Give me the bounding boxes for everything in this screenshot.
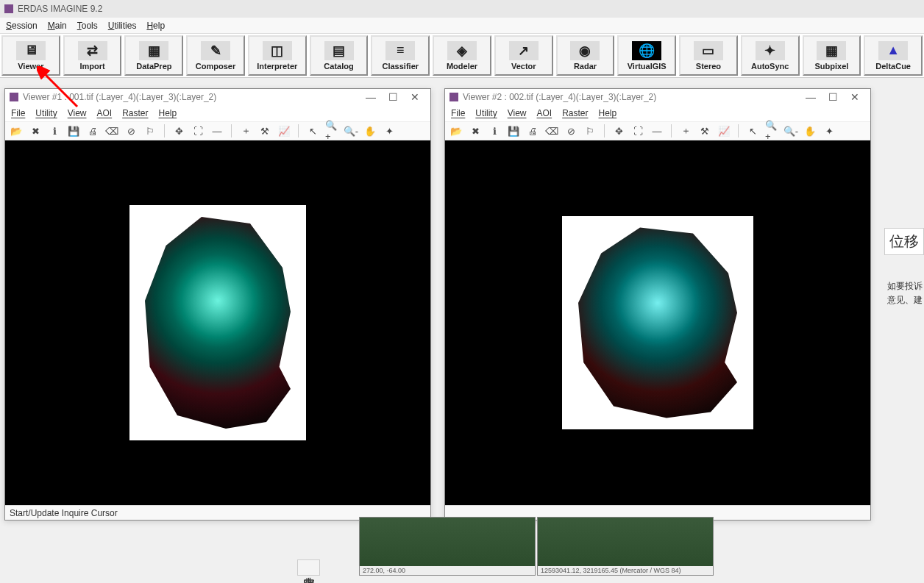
menu-tools[interactable]: Tools bbox=[77, 21, 98, 31]
viewer2-canvas[interactable] bbox=[445, 140, 870, 505]
toolbar-label: Viewer bbox=[18, 62, 43, 71]
save-icon[interactable]: 💾 bbox=[67, 124, 80, 137]
viewer1-menu-help[interactable]: Help bbox=[159, 108, 177, 118]
toolbar-autosync[interactable]: ✦AutoSync bbox=[741, 35, 800, 76]
marker-icon[interactable]: ⚐ bbox=[583, 124, 597, 137]
pan-icon[interactable]: ✋ bbox=[363, 124, 377, 137]
measure-icon[interactable]: ― bbox=[650, 124, 664, 137]
side-button[interactable]: 位移 bbox=[884, 228, 924, 255]
viewer2-titlebar[interactable]: Viewer #2 : 002.tif (:Layer_4)(:Layer_3)… bbox=[445, 89, 870, 105]
separator bbox=[164, 124, 165, 137]
close-icon[interactable]: ✖ bbox=[29, 124, 42, 137]
open-icon[interactable]: 📂 bbox=[449, 124, 463, 137]
viewer1-menu-file[interactable]: File bbox=[11, 108, 25, 118]
maximize-button[interactable]: ☐ bbox=[382, 91, 404, 103]
close-button[interactable]: ✕ bbox=[844, 91, 866, 103]
viewer1-menu-aoi[interactable]: AOI bbox=[96, 108, 112, 118]
virtualgis-icon: 🌐 bbox=[632, 41, 661, 60]
save-icon[interactable]: 💾 bbox=[507, 124, 520, 137]
toolbar-label: Import bbox=[79, 62, 104, 71]
pointer-icon[interactable]: ↖ bbox=[306, 124, 319, 137]
viewer1-status-text: Start/Update Inquire Cursor bbox=[10, 508, 118, 518]
catalog-icon: ▤ bbox=[324, 41, 354, 60]
close-icon[interactable]: ✖ bbox=[469, 124, 482, 137]
viewer1-menu-utility[interactable]: Utility bbox=[35, 108, 57, 118]
no-entry-icon[interactable]: ⊘ bbox=[124, 124, 138, 137]
close-button[interactable]: ✕ bbox=[404, 91, 426, 103]
hammer-icon[interactable]: ⚒ bbox=[258, 124, 271, 137]
viewer2-menu-view[interactable]: View bbox=[508, 108, 527, 118]
app-icon bbox=[4, 4, 13, 13]
maximize-button[interactable]: ☐ bbox=[822, 91, 844, 103]
toolbar-viewer[interactable]: 🖥Viewer bbox=[1, 35, 60, 76]
toolbar-classifier[interactable]: ≡Classifier bbox=[371, 35, 430, 76]
toolbar-composer[interactable]: ✎Composer bbox=[186, 35, 245, 76]
side-note: 如要投诉 意见、建 bbox=[887, 279, 924, 307]
toolbar-dataprep[interactable]: ▦DataPrep bbox=[124, 35, 183, 76]
toolbar-modeler[interactable]: ◈Modeler bbox=[433, 35, 491, 76]
menu-session[interactable]: Session bbox=[6, 21, 38, 31]
toolbar-stereo[interactable]: ▭Stereo bbox=[679, 35, 738, 76]
crosshair-icon[interactable]: ＋ bbox=[679, 124, 692, 137]
toolbar-subpixel[interactable]: ▦Subpixel bbox=[803, 35, 861, 76]
toolbar-label: Catalog bbox=[324, 62, 353, 71]
main-toolbar: 🖥Viewer⇄Import▦DataPrep✎Composer◫Interpr… bbox=[0, 34, 924, 78]
minimize-button[interactable]: — bbox=[800, 91, 822, 103]
profile-icon[interactable]: 📈 bbox=[277, 124, 291, 137]
viewer2-menu-help[interactable]: Help bbox=[599, 108, 617, 118]
viewer2-menu-utility[interactable]: Utility bbox=[475, 108, 497, 118]
menu-help[interactable]: Help bbox=[146, 21, 165, 31]
print-icon[interactable]: 🖨 bbox=[86, 124, 99, 137]
toolbar-label: DataPrep bbox=[136, 62, 171, 71]
viewer1-menu-view[interactable]: View bbox=[68, 108, 87, 118]
toolbar-catalog[interactable]: ▤Catalog bbox=[310, 35, 369, 76]
zoom-in-icon[interactable]: 🔍+ bbox=[325, 124, 338, 137]
vector-icon: ↗ bbox=[509, 41, 539, 60]
viewer2-menu-file[interactable]: File bbox=[451, 108, 465, 118]
composer-icon: ✎ bbox=[201, 41, 230, 60]
pointer-icon[interactable]: ↖ bbox=[746, 124, 759, 137]
viewer1-titlebar[interactable]: Viewer #1 : 001.tif (:Layer_4)(:Layer_3)… bbox=[5, 89, 430, 105]
fit-in-icon[interactable]: ✥ bbox=[172, 124, 185, 137]
zoom-out-icon[interactable]: 🔍- bbox=[784, 124, 797, 137]
fit-in-icon[interactable]: ✥ bbox=[612, 124, 625, 137]
menu-utilities[interactable]: Utilities bbox=[108, 21, 137, 31]
cn-vertical-label: 此内容 bbox=[297, 559, 320, 576]
toolbar-deltacue[interactable]: ▲DeltaCue bbox=[864, 35, 923, 76]
toolbar-import[interactable]: ⇄Import bbox=[63, 35, 122, 76]
profile-icon[interactable]: 📈 bbox=[717, 124, 731, 137]
info-icon[interactable]: ℹ bbox=[488, 124, 501, 137]
zoom-out-icon[interactable]: 🔍- bbox=[344, 124, 358, 137]
minimize-button[interactable]: — bbox=[360, 91, 382, 103]
toolbar-label: Stereo bbox=[696, 62, 721, 71]
marker-icon[interactable]: ⚐ bbox=[143, 124, 157, 137]
radar-icon: ◉ bbox=[570, 41, 600, 60]
hammer-icon[interactable]: ⚒ bbox=[698, 124, 711, 137]
toolbar-radar[interactable]: ◉Radar bbox=[556, 35, 615, 76]
zoom-in-icon[interactable]: 🔍+ bbox=[765, 124, 778, 137]
viewer1-canvas[interactable] bbox=[5, 140, 430, 505]
toolbar-label: Radar bbox=[574, 62, 597, 71]
print-icon[interactable]: 🖨 bbox=[526, 124, 539, 137]
toolbar-vector[interactable]: ↗Vector bbox=[494, 35, 553, 76]
viewer2-menu-aoi[interactable]: AOI bbox=[536, 108, 552, 118]
crosshair-icon[interactable]: ＋ bbox=[239, 124, 252, 137]
measure-icon[interactable]: ― bbox=[210, 124, 224, 137]
roam-icon[interactable]: ✦ bbox=[822, 124, 836, 137]
menu-main[interactable]: Main bbox=[48, 21, 67, 31]
pan-icon[interactable]: ✋ bbox=[803, 124, 817, 137]
classifier-icon: ≡ bbox=[385, 41, 415, 60]
no-entry-icon[interactable]: ⊘ bbox=[564, 124, 578, 137]
erase-icon[interactable]: ⌫ bbox=[105, 124, 118, 137]
toolbar-virtualgis[interactable]: 🌐VirtualGIS bbox=[617, 35, 676, 76]
open-icon[interactable]: 📂 bbox=[10, 124, 23, 137]
fit-out-icon[interactable]: ⛶ bbox=[631, 124, 644, 137]
viewer2-menu-raster[interactable]: Raster bbox=[562, 108, 588, 118]
fit-out-icon[interactable]: ⛶ bbox=[191, 124, 205, 137]
roam-icon[interactable]: ✦ bbox=[383, 124, 396, 137]
toolbar-interpreter[interactable]: ◫Interpreter bbox=[248, 35, 307, 76]
viewer1-menu-raster[interactable]: Raster bbox=[122, 108, 148, 118]
erase-icon[interactable]: ⌫ bbox=[545, 124, 558, 137]
info-icon[interactable]: ℹ bbox=[48, 124, 61, 137]
interpreter-icon: ◫ bbox=[263, 41, 292, 60]
